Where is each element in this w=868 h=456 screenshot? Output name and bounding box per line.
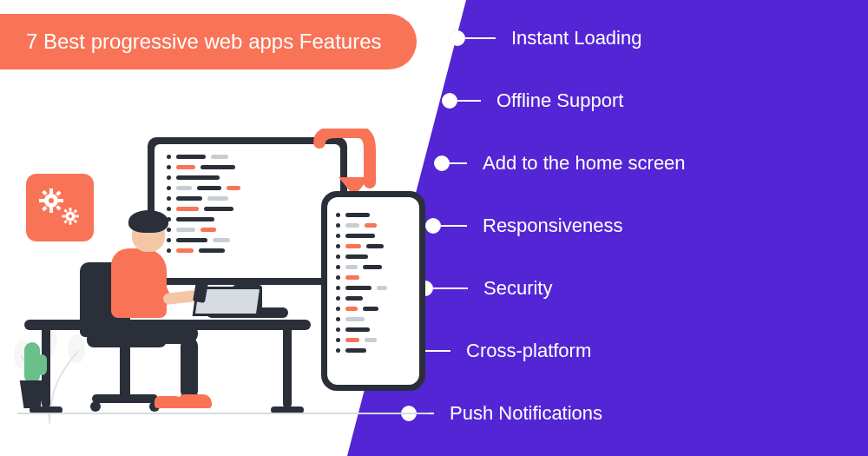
chair-base (92, 394, 158, 403)
feature-label: Instant Loading (511, 27, 641, 50)
svg-rect-11 (42, 206, 47, 211)
person-shoe (179, 394, 212, 408)
feature-item: Push Notifications (401, 382, 686, 445)
connector-line (441, 225, 467, 227)
desk-leg (283, 328, 292, 408)
phone-screen (327, 197, 419, 385)
feature-item: Instant Loading (450, 7, 686, 69)
feature-label: Offline Support (496, 89, 623, 112)
feature-item: Responsiveness (425, 195, 686, 257)
gears-panel-icon (26, 174, 94, 241)
svg-rect-22 (74, 209, 77, 213)
svg-rect-9 (42, 190, 47, 195)
svg-rect-17 (62, 215, 65, 218)
feature-label: Cross-platform (466, 340, 591, 362)
feature-label: Push Notifications (450, 402, 602, 425)
svg-rect-8 (58, 199, 63, 202)
developer-illustration (17, 113, 434, 443)
phone-icon (321, 191, 425, 391)
person-shoe (155, 396, 184, 408)
connector-line (465, 37, 496, 39)
svg-rect-21 (63, 220, 67, 223)
svg-rect-19 (63, 208, 67, 212)
feature-item: Add to the home screen (434, 132, 686, 195)
bullet-icon (434, 155, 450, 171)
feature-label: Add to the home screen (483, 152, 686, 175)
svg-point-14 (69, 215, 72, 218)
cactus-icon (36, 354, 47, 375)
svg-point-4 (49, 198, 54, 203)
feature-item: Security (418, 257, 686, 320)
feature-item: Cross-platform (409, 320, 686, 382)
svg-rect-6 (49, 208, 53, 213)
person-hair (128, 210, 168, 233)
bullet-icon (442, 93, 457, 109)
svg-point-1 (69, 335, 84, 363)
chair-pole (120, 346, 130, 396)
svg-rect-5 (49, 188, 53, 194)
feature-list: Instant Loading Offline Support Add to t… (425, 7, 686, 445)
feature-item: Offline Support (442, 69, 686, 132)
title-pill: 7 Best progressive web apps Features (0, 14, 417, 69)
svg-rect-20 (74, 220, 77, 223)
chair-wheel (90, 401, 101, 412)
connector-line (457, 100, 481, 102)
svg-rect-16 (69, 221, 72, 225)
person-shin (181, 337, 198, 400)
svg-rect-10 (56, 205, 61, 210)
bullet-icon (450, 30, 465, 46)
svg-rect-7 (39, 199, 44, 202)
feature-label: Responsiveness (483, 215, 622, 237)
connector-line (450, 162, 467, 164)
svg-rect-18 (76, 215, 79, 218)
feature-label: Security (483, 277, 552, 300)
floor-line (17, 413, 429, 414)
infographic-canvas: 7 Best progressive web apps Features Ins… (0, 0, 868, 456)
page-title: 7 Best progressive web apps Features (26, 30, 382, 53)
connector-line (433, 287, 468, 289)
svg-rect-15 (69, 208, 72, 211)
svg-rect-12 (56, 190, 61, 195)
